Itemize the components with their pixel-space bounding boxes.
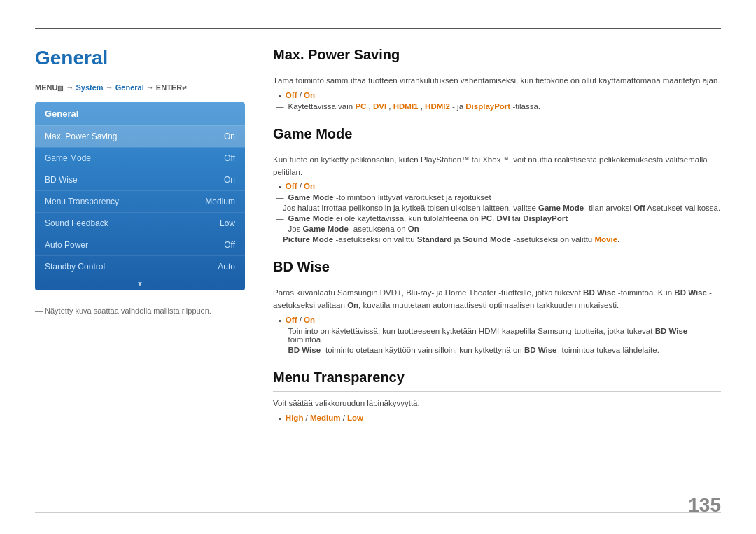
dash-game-mode-3: — Game Mode ei ole käytettävissä, kun tu… — [273, 214, 721, 223]
section-desc-bd-wise: Paras kuvanlaatu Samsungin DVD+, Blu-ray… — [273, 287, 721, 312]
menu-item-value-max-power: On — [224, 132, 235, 141]
section-title-game-mode: Game Mode — [273, 126, 721, 142]
dash-text-game-1: Game Mode -toimintoon liittyvät varoituk… — [288, 193, 491, 202]
dash-text-bd-2: BD Wise -toiminto otetaan käyttöön vain … — [288, 346, 659, 354]
menu-item-value-sound-feedback: Low — [220, 218, 235, 228]
bullet-text-game-off-on: Off / On — [286, 182, 315, 190]
dash-bd-wise-2: — BD Wise -toiminto otetaan käyttöön vai… — [273, 346, 721, 354]
dash-text-game-5: Picture Mode -asetukseksi on valittu Sta… — [283, 235, 620, 244]
menu-item-menu-transparency[interactable]: Menu Transparency Medium — [35, 190, 245, 212]
dash-text-game-3: Game Mode ei ole käytettävissä, kun tulo… — [288, 214, 568, 223]
dash-max-power-1: — Käytettävissä vain PC , DVI , HDMI1 , … — [273, 102, 721, 111]
menu-item-max-power[interactable]: Max. Power Saving On — [35, 125, 245, 147]
bullet-dot-3: • — [279, 316, 281, 325]
section-desc-menu-transparency: Voit säätää valikkoruudun läpinäkyvyyttä… — [273, 398, 721, 410]
section-desc-max-power-saving: Tämä toiminto sammuttaa tuotteen virrank… — [273, 75, 721, 87]
section-rule-menu-transparency — [273, 391, 721, 392]
dash-game-mode-4: — Jos Game Mode -asetuksena on On — [273, 225, 721, 233]
dash-text-bd-1: Toiminto on käytettävissä, kun tuotteese… — [288, 327, 722, 344]
top-rule — [35, 28, 721, 29]
menu-item-value-menu-transparency: Medium — [205, 197, 235, 206]
content-area: General MENU▤ → System → General → ENTER… — [35, 47, 721, 512]
bullet-max-power-off-on: • Off / On — [279, 91, 721, 100]
menu-item-value-auto-power: Off — [224, 240, 235, 250]
menu-item-label-sound-feedback: Sound Feedback — [45, 218, 108, 228]
section-title-menu-transparency: Menu Transparency — [273, 370, 721, 386]
dash-mark-4: — — [276, 225, 284, 233]
section-bd-wise: BD Wise Paras kuvanlaatu Samsungin DVD+,… — [273, 259, 721, 354]
breadcrumb-system: System — [76, 83, 104, 92]
bottom-rule — [35, 512, 721, 513]
menu-item-label-game-mode: Game Mode — [45, 153, 91, 163]
page-container: General MENU▤ → System → General → ENTER… — [0, 0, 756, 534]
bullet-text-off-on: Off / On — [286, 91, 315, 99]
dash-game-mode-2: Jos haluat irrottaa pelikonsolin ja kytk… — [273, 204, 721, 212]
bullet-text-bd-off-on: Off / On — [286, 316, 315, 324]
dash-game-mode-5: Picture Mode -asetukseksi on valittu Sta… — [273, 235, 721, 244]
section-title-max-power-saving: Max. Power Saving — [273, 47, 721, 63]
menu-item-label-menu-transparency: Menu Transparency — [45, 197, 119, 206]
section-rule-game-mode — [273, 148, 721, 148]
bullet-dot: • — [279, 92, 281, 100]
left-panel: General MENU▤ → System → General → ENTER… — [35, 47, 245, 512]
menu-item-standby-control[interactable]: Standby Control Auto — [35, 255, 245, 277]
menu-arrow: ▼ — [35, 277, 245, 290]
bullet-text-transparency-options: High / Medium / Low — [286, 414, 363, 422]
section-menu-transparency: Menu Transparency Voit säätää valikkoruu… — [273, 370, 721, 423]
breadcrumb-menu: MENU▤ — [35, 83, 64, 92]
dash-mark-3: — — [276, 214, 284, 223]
section-title-bd-wise: BD Wise — [273, 259, 721, 275]
menu-item-auto-power[interactable]: Auto Power Off — [35, 234, 245, 255]
page-title: General — [35, 47, 245, 69]
bullet-dot-4: • — [279, 414, 281, 423]
dash-bd-wise-1: — Toiminto on käytettävissä, kun tuottee… — [273, 327, 721, 344]
menu-header: General — [35, 102, 245, 125]
dash-mark-6: — — [276, 346, 284, 354]
right-panel: Max. Power Saving Tämä toiminto sammutta… — [273, 47, 721, 512]
dash-mark-2: — — [276, 193, 284, 202]
section-desc-game-mode: Kun tuote on kytketty pelikonsoliin, kut… — [273, 154, 721, 179]
bullet-dot-2: • — [279, 183, 281, 191]
menu-item-label-max-power: Max. Power Saving — [45, 132, 117, 141]
section-rule-bd-wise — [273, 281, 721, 281]
note-text: — Näytetty kuva saattaa vaihdella mallis… — [35, 307, 245, 315]
dash-mark: — — [276, 102, 284, 111]
breadcrumb: MENU▤ → System → General → ENTER↵ — [35, 83, 245, 92]
menu-box: General Max. Power Saving On Game Mode O… — [35, 102, 245, 290]
menu-item-value-bd-wise: On — [224, 175, 235, 185]
page-number: 135 — [688, 494, 721, 517]
bullet-bd-wise-off-on: • Off / On — [279, 316, 721, 325]
dash-game-mode-1: — Game Mode -toimintoon liittyvät varoit… — [273, 193, 721, 202]
menu-item-label-standby-control: Standby Control — [45, 262, 105, 272]
menu-item-game-mode[interactable]: Game Mode Off — [35, 147, 245, 169]
section-rule-max-power-saving — [273, 69, 721, 69]
bullet-menu-transparency-options: • High / Medium / Low — [279, 414, 721, 423]
section-max-power-saving: Max. Power Saving Tämä toiminto sammutta… — [273, 47, 721, 111]
menu-item-value-game-mode: Off — [224, 153, 235, 163]
breadcrumb-general: General — [115, 83, 144, 92]
bullet-game-mode-off-on: • Off / On — [279, 182, 721, 191]
menu-item-label-bd-wise: BD Wise — [45, 175, 78, 185]
menu-item-sound-feedback[interactable]: Sound Feedback Low — [35, 212, 245, 234]
dash-text-max-power-1: Käytettävissä vain PC , DVI , HDMI1 , HD… — [288, 102, 541, 111]
menu-item-bd-wise[interactable]: BD Wise On — [35, 169, 245, 190]
section-game-mode: Game Mode Kun tuote on kytketty pelikons… — [273, 126, 721, 244]
menu-item-value-standby-control: Auto — [218, 262, 235, 272]
dash-text-game-4: Jos Game Mode -asetuksena on On — [288, 225, 419, 233]
dash-mark-5: — — [276, 327, 284, 335]
dash-text-game-2: Jos haluat irrottaa pelikonsolin ja kytk… — [283, 204, 720, 212]
menu-item-label-auto-power: Auto Power — [45, 240, 88, 250]
